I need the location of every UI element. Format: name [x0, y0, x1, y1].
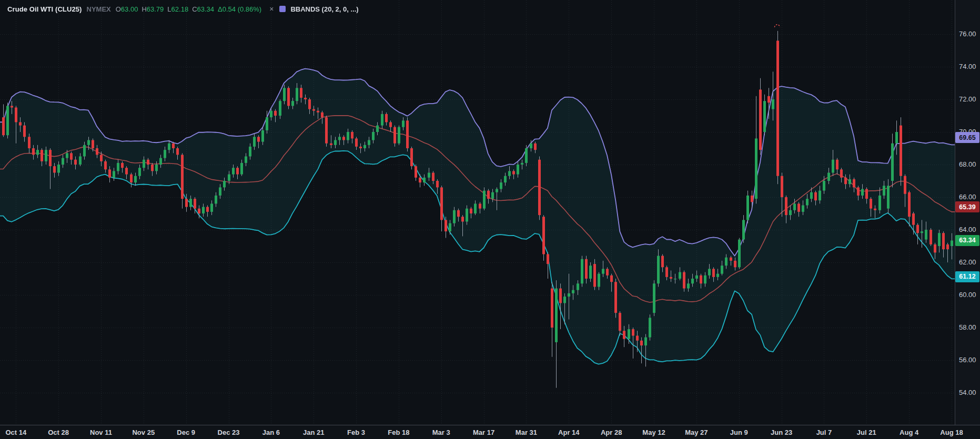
time-axis-label: Apr 14 [558, 428, 579, 436]
price-axis-label: 54.00 [959, 389, 976, 396]
time-axis-label: Mar 17 [473, 428, 494, 436]
close-label: C [192, 5, 197, 13]
price-axis-label: 72.00 [959, 95, 976, 103]
time-axis-label: Apr 28 [601, 428, 622, 436]
high-value: 63.79 [147, 5, 164, 13]
price-axis-label: 62.00 [959, 258, 976, 266]
price-axis[interactable]: 76.0074.0072.0070.0068.0066.0064.0062.00… [955, 0, 980, 425]
close-value: 63.34 [197, 5, 215, 13]
indicator-label[interactable]: BBANDS (20, 2, 0, ...) [290, 5, 358, 13]
time-axis-label: Mar 3 [432, 428, 450, 436]
ohlc-readout: O63.00 H63.79 L62.18 C63.34 Δ0.54 (0.86%… [116, 5, 261, 13]
time-axis-label: Nov 25 [132, 428, 155, 436]
chart-legend: Crude Oil WTI (CLU25) NYMEX O63.00 H63.7… [7, 5, 359, 13]
remove-indicator-button[interactable]: × [268, 5, 275, 13]
price-axis-label: 60.00 [959, 291, 976, 299]
candlestick-chart-canvas[interactable] [0, 0, 980, 439]
price-axis-label: 58.00 [959, 323, 976, 331]
exchange-label: NYMEX [87, 5, 111, 13]
low-label: L [167, 5, 171, 13]
time-axis-label: Dec 23 [218, 428, 240, 436]
open-label: O [116, 5, 121, 13]
time-axis-label: Oct 14 [5, 428, 26, 436]
time-axis-label: Feb 3 [347, 428, 365, 436]
time-axis-label: Jan 6 [262, 428, 280, 436]
time-axis-label: Jun 9 [730, 428, 748, 436]
time-axis[interactable]: Oct 14Oct 28Nov 11Nov 25Dec 9Dec 23Jan 6… [0, 425, 980, 439]
time-axis-label: May 27 [685, 428, 708, 436]
price-axis-label: 64.00 [959, 226, 976, 233]
low-value: 62.18 [171, 5, 189, 13]
price-axis-label: 66.00 [959, 193, 976, 201]
open-value: 63.00 [121, 5, 138, 13]
time-axis-label: Oct 28 [48, 428, 69, 436]
time-axis-label: Dec 9 [177, 428, 195, 436]
time-axis-label: Aug 4 [900, 428, 918, 436]
time-axis-label: Mar 31 [516, 428, 537, 436]
time-axis-label: Jul 7 [816, 428, 832, 436]
price-axis-label: 76.00 [959, 30, 976, 38]
time-axis-label: Feb 18 [388, 428, 409, 436]
time-axis-label: Jun 23 [771, 428, 792, 436]
symbol-title[interactable]: Crude Oil WTI (CLU25) [7, 5, 82, 13]
time-axis-label: Nov 11 [90, 428, 112, 436]
time-axis-label: Jul 21 [857, 428, 876, 436]
chart-stage: Crude Oil WTI (CLU25) NYMEX O63.00 H63.7… [0, 0, 980, 439]
time-axis-label: Aug 18 [940, 428, 963, 436]
price-axis-label: 56.00 [959, 356, 976, 364]
time-axis-label: Jan 21 [303, 428, 324, 436]
bb-lower-price-badge: 61.12 [955, 271, 979, 282]
change-value: Δ0.54 (0.86%) [218, 5, 261, 13]
price-axis-label: 68.00 [959, 160, 976, 168]
bbands-color-swatch [279, 6, 286, 12]
last-close-price-badge: 63.34 [955, 235, 979, 246]
price-axis-label: 74.00 [959, 63, 976, 70]
time-axis-label: May 12 [642, 428, 665, 436]
bb-upper-price-badge: 69.65 [955, 132, 979, 143]
high-label: H [142, 5, 146, 13]
bb-middle-price-badge: 65.39 [955, 201, 979, 212]
